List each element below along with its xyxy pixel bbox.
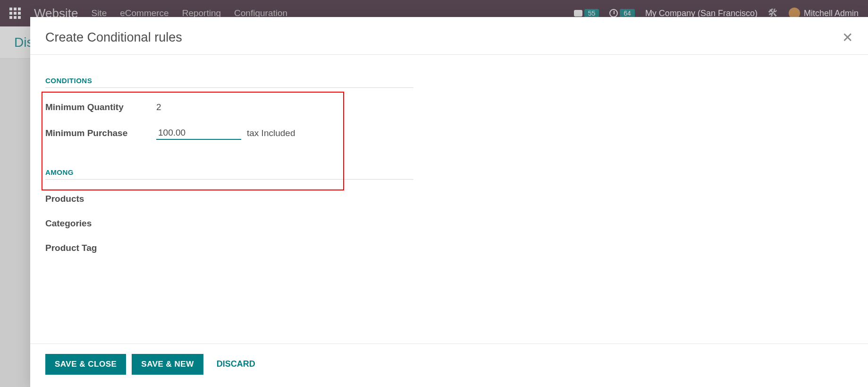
- among-product-tag[interactable]: Product Tag: [45, 243, 853, 253]
- min-quantity-label: Minimum Quantity: [45, 102, 156, 112]
- modal: Create Conditional rules ✕ CONDITIONS Mi…: [30, 17, 868, 387]
- modal-header: Create Conditional rules ✕: [30, 17, 868, 55]
- among-categories[interactable]: Categories: [45, 218, 853, 229]
- min-purchase-suffix: tax Included: [247, 128, 295, 138]
- field-min-quantity: Minimum Quantity 2: [45, 102, 853, 112]
- min-purchase-label: Minimum Purchase: [45, 128, 156, 138]
- section-among-header: AMONG: [45, 168, 413, 180]
- min-purchase-input[interactable]: [156, 127, 241, 140]
- min-quantity-value[interactable]: 2: [156, 102, 161, 112]
- modal-body: CONDITIONS Minimum Quantity 2 Minimum Pu…: [30, 55, 868, 344]
- save-close-button[interactable]: SAVE & CLOSE: [45, 354, 126, 375]
- modal-footer: SAVE & CLOSE SAVE & NEW DISCARD: [30, 344, 868, 387]
- close-icon[interactable]: ✕: [842, 31, 853, 44]
- field-min-purchase: Minimum Purchase tax Included: [45, 127, 853, 140]
- modal-title: Create Conditional rules: [45, 30, 182, 45]
- among-products[interactable]: Products: [45, 194, 853, 204]
- discard-button[interactable]: DISCARD: [209, 353, 263, 375]
- section-conditions-header: CONDITIONS: [45, 77, 413, 88]
- save-new-button[interactable]: SAVE & NEW: [132, 354, 203, 375]
